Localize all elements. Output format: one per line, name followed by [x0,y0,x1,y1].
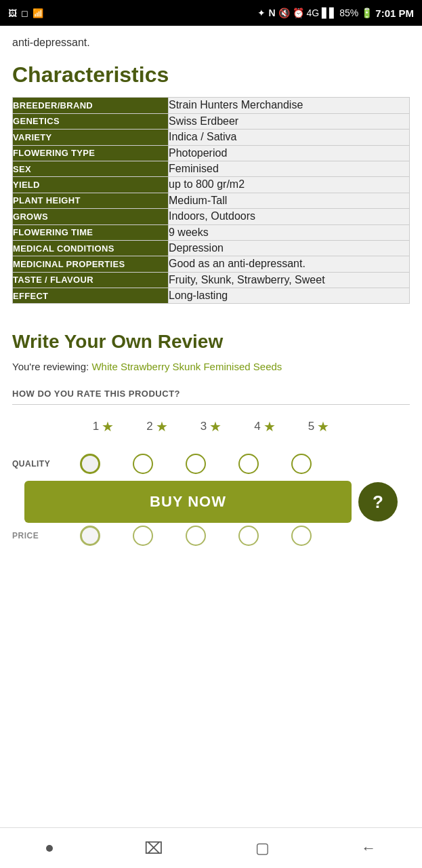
char-label-3: FLOWERING TYPE [13,145,169,161]
star-2-number: 2 [146,420,152,433]
char-row-11: TASTE / FLAVOURFruity, Skunk, Strawberry… [13,272,410,288]
char-row-9: MEDICAL CONDITIONSDepression [13,240,410,256]
sound-icon: 🔇 [278,7,290,18]
data-icon: 4G [307,7,320,18]
price-radio-1[interactable] [80,526,100,546]
price-radio-5[interactable] [291,526,312,546]
char-label-0: BREEDER/BRAND [13,98,169,113]
price-rating-row: PRICE [12,526,410,546]
char-label-10: MEDICINAL PROPERTIES [13,256,169,272]
char-row-3: FLOWERING TYPEPhotoperiod [13,145,410,161]
star-2-icon: ★ [156,418,168,435]
char-row-8: FLOWERING TIME9 weeks [13,224,410,240]
star-5-number: 5 [308,420,314,433]
quality-radio-group[interactable] [80,454,410,474]
battery-percent: 85% [339,7,358,18]
status-left: 🖼 ◻ 📶 [8,8,43,18]
n-icon: N [268,7,275,18]
nav-menu-icon: ⌧ [144,839,163,858]
quality-radio-1[interactable] [80,454,100,474]
rating-question: HOW DO YOU RATE THIS PRODUCT? [12,389,410,399]
quality-radio-5[interactable] [291,454,312,474]
help-button[interactable]: ? [358,482,398,521]
bottom-action-bar: BUY NOW ? [12,481,410,523]
char-row-5: YIELDup to 800 gr/m2 [13,177,410,193]
nav-dot-icon [46,845,53,852]
char-value-9: Depression [169,240,410,256]
nav-back-button[interactable]: ← [361,840,376,857]
status-right: ✦ N 🔇 ⏰ 4G ▋▋ 85% 🔋 7:01 PM [257,7,414,19]
char-value-0: Strain Hunters Merchandise [169,98,410,113]
product-link[interactable]: White Strawberry Skunk Feminised Seeds [91,361,282,372]
char-value-6: Medium-Tall [169,193,410,208]
char-label-11: TASTE / FLAVOUR [13,272,169,288]
char-row-6: PLANT HEIGHTMedium-Tall [13,193,410,208]
char-label-7: GROWS [13,209,169,224]
alarm-icon: ⏰ [293,7,304,18]
price-radio-4[interactable] [238,526,259,546]
status-bar: 🖼 ◻ 📶 ✦ N 🔇 ⏰ 4G ▋▋ 85% 🔋 7:01 PM [0,0,422,26]
review-section: Write Your Own Review You're reviewing: … [0,331,422,546]
char-label-4: SEX [13,161,169,176]
price-radio-3[interactable] [186,526,206,546]
star-3-number: 3 [201,420,207,433]
characteristics-table: BREEDER/BRANDStrain Hunters MerchandiseG… [12,97,410,304]
nav-dot-button[interactable] [46,845,53,852]
rating-divider [12,404,410,405]
quality-radio-3[interactable] [186,454,206,474]
char-row-7: GROWSIndoors, Outdoors [13,209,410,224]
char-value-4: Feminised [169,161,410,176]
char-value-8: 9 weeks [169,224,410,240]
char-value-7: Indoors, Outdoors [169,209,410,224]
char-row-2: VARIETYIndica / Sativa [13,130,410,145]
bluetooth-icon: ✦ [257,7,266,18]
star-2[interactable]: 2 ★ [146,418,167,435]
char-value-1: Swiss Erdbeer [169,113,410,129]
char-value-5: up to 800 gr/m2 [169,177,410,193]
price-radio-2[interactable] [133,526,153,546]
star-4-number: 4 [254,420,260,433]
star-5-icon: ★ [317,418,329,435]
main-content: anti-depressant. Characteristics BREEDER… [0,26,422,304]
star-1-number: 1 [93,420,99,433]
navigation-bar: ⌧ ▢ ← [0,827,422,868]
char-row-0: BREEDER/BRANDStrain Hunters Merchandise [13,98,410,113]
star-3[interactable]: 3 ★ [201,418,221,435]
nav-menu-button[interactable]: ⌧ [144,839,163,858]
star-5[interactable]: 5 ★ [308,418,329,435]
char-value-11: Fruity, Skunk, Strawberry, Sweet [169,272,410,288]
quality-radio-4[interactable] [238,454,259,474]
char-label-9: MEDICAL CONDITIONS [13,240,169,256]
time-display: 7:01 PM [375,7,414,19]
char-row-10: MEDICINAL PROPERTIESGood as an anti-depr… [13,256,410,272]
nav-square-icon: ▢ [255,840,270,857]
wifi-icon: 📶 [33,8,43,18]
price-radio-group[interactable] [80,526,410,546]
star-1-icon: ★ [102,418,114,435]
instagram-icon: ◻ [21,8,28,18]
characteristics-title: Characteristics [12,62,410,87]
char-label-2: VARIETY [13,130,169,145]
star-3-icon: ★ [209,418,221,435]
char-row-1: GENETICSSwiss Erdbeer [13,113,410,129]
nav-home-button[interactable]: ▢ [255,840,270,857]
char-row-4: SEXFeminised [13,161,410,176]
char-value-10: Good as an anti-depressant. [169,256,410,272]
quality-radio-2[interactable] [133,454,153,474]
image-icon: 🖼 [8,8,17,18]
buy-now-button[interactable]: BUY NOW [24,481,352,523]
char-label-8: FLOWERING TIME [13,224,169,240]
char-label-5: YIELD [13,177,169,193]
review-title: Write Your Own Review [12,331,410,353]
intro-text: anti-depressant. [12,35,410,50]
signal-bars: ▋▋ [322,7,337,18]
char-row-12: EFFECTLong-lasting [13,288,410,304]
star-rating-row: 1 ★ 2 ★ 3 ★ 4 ★ 5 ★ [12,418,410,435]
quality-label: QUALITY [12,459,80,469]
char-value-12: Long-lasting [169,288,410,304]
star-4-icon: ★ [263,418,276,435]
star-1[interactable]: 1 ★ [93,418,114,435]
battery-icon: 🔋 [361,7,373,18]
star-4[interactable]: 4 ★ [254,418,275,435]
char-label-6: PLANT HEIGHT [13,193,169,208]
